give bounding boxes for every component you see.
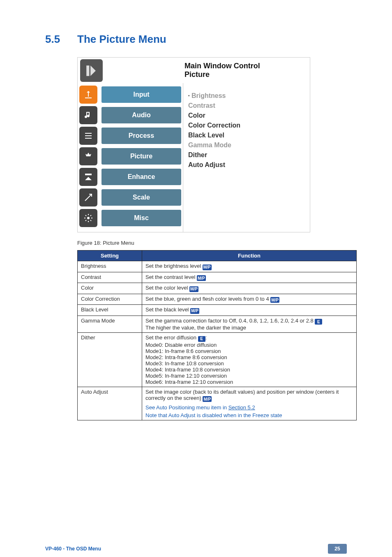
mp-badge-icon: M/P: [203, 265, 212, 270]
enhance-icon: [79, 168, 97, 186]
osd-tab-label: Audio: [101, 107, 181, 123]
footer-section: - The OSD Menu: [62, 546, 101, 552]
function-cell: Set the black level M/P: [142, 305, 357, 316]
function-text: Set the error diffusion: [145, 334, 198, 341]
table-row: Brightness Set the brightness level M/P: [78, 261, 357, 272]
osd-tab-scale: Scale: [79, 188, 181, 207]
mp-badge-icon: M/P: [197, 275, 206, 281]
audio-icon: [79, 106, 97, 124]
note-text: See Auto Positioning menu item in Sectio…: [145, 404, 255, 411]
picture-icon: [79, 147, 97, 165]
note-text: Note that Auto Adjust is disabled when i…: [145, 412, 282, 418]
page-footer: VP-460 - The OSD Menu 25: [45, 544, 347, 554]
function-cell: Set the contrast level M/P: [142, 272, 357, 283]
table-row: Auto Adjust Set the image color (back to…: [78, 387, 357, 420]
osd-tab-label: Misc: [101, 210, 181, 226]
table-row: Dither Set the error diffusion E: Mode0:…: [78, 333, 357, 387]
osd-tab-picture: Picture: [79, 147, 181, 165]
osd-item-gamma-mode: Gamma Mode: [188, 142, 306, 149]
osd-title-sub: Picture: [184, 70, 310, 79]
osd-item-dither: Dither: [188, 151, 306, 159]
osd-item-black-level: Black Level: [188, 132, 306, 139]
osd-tab-label: Input: [101, 86, 181, 103]
figure-caption: Figure 18: Picture Menu: [77, 240, 347, 246]
setting-cell: Black Level: [78, 305, 142, 316]
osd-tab-label: Enhance: [101, 169, 181, 185]
osd-tab-audio: Audio: [79, 106, 181, 124]
function-text: Set the gamma correction factor to Off, …: [145, 318, 315, 324]
setting-cell: Color Correction: [78, 294, 142, 305]
e-badge-icon: E: [315, 319, 322, 325]
function-text: Set the image color (back to its default…: [145, 389, 339, 401]
page-number: 25: [328, 544, 347, 554]
osd-screenshot: Main Window Control Picture Input Audio …: [77, 57, 310, 232]
misc-icon: [79, 209, 97, 227]
function-text: Set the black level: [145, 306, 190, 313]
e-badge-icon: E: [198, 336, 205, 342]
setting-cell: Gamma Mode: [78, 316, 142, 333]
function-cell: Set the color level M/P: [142, 283, 357, 294]
function-text: Mode3: In-frame 10:8 conversion: [145, 360, 224, 367]
setting-cell: Dither: [78, 333, 142, 387]
function-text: Mode1: In-frame 8:6 conversion: [145, 348, 221, 354]
mp-badge-icon: M/P: [189, 286, 198, 292]
osd-tab-process: Process: [79, 127, 181, 145]
osd-item-contrast: Contrast: [188, 102, 306, 109]
setting-cell: Contrast: [78, 272, 142, 283]
function-text: Set the contrast level: [145, 274, 197, 280]
section-5-2-link[interactable]: Section 5.2: [228, 404, 255, 411]
function-text: Set the blue, green and flesh color leve…: [145, 296, 270, 302]
osd-tab-label: Picture: [101, 148, 181, 165]
function-cell: Set the blue, green and flesh color leve…: [142, 294, 357, 305]
section-title: The Picture Menu: [77, 33, 166, 46]
process-icon: [79, 127, 97, 145]
scale-icon: [79, 188, 97, 207]
input-icon: [79, 86, 97, 104]
osd-item-auto-adjust: Auto Adjust: [188, 161, 306, 169]
function-text: Mode6: Intra-frame 12:10 conversion: [145, 379, 233, 385]
function-cell: Set the image color (back to its default…: [142, 387, 357, 420]
table-row: Black Level Set the black level M/P: [78, 305, 357, 316]
function-text: The higher the value, the darker the ima…: [145, 325, 246, 331]
function-text: Mode5: In-frame 12:10 conversion: [145, 373, 227, 379]
mp-badge-icon: M/P: [270, 297, 279, 303]
function-cell: Set the gamma correction factor to Off, …: [142, 316, 357, 333]
function-text: Mode2: Intra-frame 8:6 conversion: [145, 354, 227, 360]
osd-right-panel: Brightness Contrast Color Color Correcti…: [183, 83, 310, 232]
table-row: Gamma Mode Set the gamma correction fact…: [78, 316, 357, 333]
mp-badge-icon: M/P: [203, 396, 212, 402]
section-heading: 5.5 The Picture Menu: [45, 33, 347, 46]
osd-left-tabs: Input Audio Process Picture Enhance: [78, 83, 183, 232]
function-text: Set the brightness level: [145, 263, 203, 269]
osd-item-brightness: Brightness: [188, 92, 306, 100]
osd-item-color: Color: [188, 112, 306, 119]
function-cell: Set the brightness level M/P: [142, 261, 357, 272]
osd-item-color-correction: Color Correction: [188, 122, 306, 129]
kramer-logo-icon: [80, 59, 103, 82]
col-setting: Setting: [78, 251, 142, 261]
osd-tab-misc: Misc: [79, 209, 181, 227]
setting-cell: Brightness: [78, 261, 142, 272]
function-cell: Set the error diffusion E: Mode0: Disabl…: [142, 333, 357, 387]
osd-tab-input: Input: [79, 86, 181, 104]
setting-cell: Auto Adjust: [78, 387, 142, 420]
picture-settings-table: Setting Function Brightness Set the brig…: [77, 250, 357, 420]
footer-model: VP-460: [45, 546, 62, 552]
table-row: Color Correction Set the blue, green and…: [78, 294, 357, 305]
section-number: 5.5: [45, 33, 77, 46]
table-row: Contrast Set the contrast level M/P: [78, 272, 357, 283]
osd-tab-label: Process: [101, 128, 181, 144]
function-text: Mode4: Intra-frame 10:8 conversion: [145, 367, 230, 373]
function-text: Set the color level: [145, 285, 189, 291]
col-function: Function: [142, 251, 357, 261]
osd-title-main: Main Window Control: [184, 62, 310, 70]
osd-tab-enhance: Enhance: [79, 168, 181, 186]
osd-tab-label: Scale: [101, 189, 181, 206]
setting-cell: Color: [78, 283, 142, 294]
mp-badge-icon: M/P: [190, 308, 199, 314]
note-prefix: See Auto Positioning menu item in: [145, 404, 228, 411]
svg-point-0: [87, 217, 90, 219]
table-row: Color Set the color level M/P: [78, 283, 357, 294]
function-text: Mode0: Disable error diffusion: [145, 342, 217, 348]
